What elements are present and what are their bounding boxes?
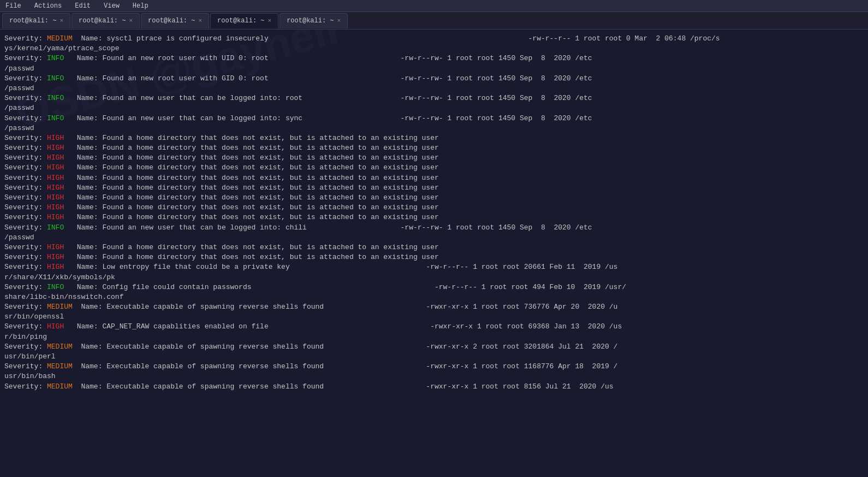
tab-3-label: root@kali: ~: [217, 17, 264, 25]
terminal-line: Severity: HIGH Name: Found a home direct…: [4, 193, 864, 203]
menu-file[interactable]: File: [3, 1, 23, 11]
terminal-line: Severity: HIGH Name: Found a home direct…: [4, 203, 864, 213]
tab-3-close[interactable]: ×: [268, 17, 272, 24]
terminal-line: Severity: INFO Name: Found an new user t…: [4, 114, 864, 123]
terminal-line: Severity: HIGH Name: Found a home direct…: [4, 183, 864, 193]
terminal-line: usr/bin/bash: [4, 372, 864, 381]
tab-2-label: root@kali: ~: [148, 17, 195, 25]
terminal-line: Severity: HIGH Name: Found a home direct…: [4, 243, 864, 252]
terminal-line: Severity: MEDIUM Name: Executable capabl…: [4, 382, 864, 392]
terminal-line: Severity: HIGH Name: CAP_NET_RAW capabli…: [4, 322, 864, 332]
terminal-line: r/share/X11/xkb/symbols/pk: [4, 273, 864, 282]
tab-4[interactable]: root@kali: ~ ×: [280, 13, 348, 28]
tab-0[interactable]: root@kali: ~ ×: [2, 13, 70, 28]
tab-3[interactable]: root@kali: ~ ×: [210, 13, 278, 28]
menu-bar: File Actions Edit View Help: [0, 0, 868, 12]
terminal-line: r/bin/ping: [4, 332, 864, 342]
terminal-line: Severity: HIGH Name: Low entropy file th…: [4, 262, 864, 272]
terminal-line: ys/kernel/yama/ptrace_scope: [4, 44, 864, 54]
tab-0-label: root@kali: ~: [9, 17, 56, 25]
terminal-content[interactable]: OSDN @gaynell Severity: MEDIUM Name: sys…: [0, 30, 868, 477]
terminal-line: share/libc-bin/nsswitch.conf: [4, 292, 864, 302]
tab-0-close[interactable]: ×: [60, 17, 63, 24]
menu-help[interactable]: Help: [130, 1, 151, 11]
terminal-line: Severity: INFO Name: Found an new user t…: [4, 223, 864, 233]
tab-4-close[interactable]: ×: [337, 17, 341, 24]
terminal-line: /passwd: [4, 233, 864, 243]
tab-bar: root@kali: ~ × root@kali: ~ × root@kali:…: [0, 12, 868, 30]
terminal-line: Severity: HIGH Name: Found a home direct…: [4, 163, 864, 173]
terminal-line: Severity: HIGH Name: Found a home direct…: [4, 133, 864, 143]
tab-1-close[interactable]: ×: [129, 17, 133, 24]
terminal-line: sr/bin/openssl: [4, 312, 864, 322]
tab-1-label: root@kali: ~: [79, 17, 126, 25]
terminal-line: Severity: MEDIUM Name: Executable capabl…: [4, 362, 864, 372]
terminal-line: usr/bin/perl: [4, 352, 864, 362]
terminal-line: Severity: HIGH Name: Found a home direct…: [4, 213, 864, 222]
terminal-line: Severity: MEDIUM Name: Executable capabl…: [4, 342, 864, 352]
tab-4-label: root@kali: ~: [287, 17, 334, 25]
terminal-line: Severity: INFO Name: Found an new root u…: [4, 54, 864, 63]
terminal-line: Severity: MEDIUM Name: Executable capabl…: [4, 302, 864, 312]
terminal-line: /passwd: [4, 103, 864, 113]
terminal-line: Severity: HIGH Name: Found a home direct…: [4, 153, 864, 163]
terminal-line: Severity: HIGH Name: Found a home direct…: [4, 143, 864, 153]
menu-actions[interactable]: Actions: [32, 1, 64, 11]
terminal-line: /passwd: [4, 123, 864, 133]
terminal-line: Severity: INFO Name: Found an new user t…: [4, 93, 864, 103]
menu-edit[interactable]: Edit: [73, 1, 93, 11]
terminal-line: Severity: INFO Name: Config file could c…: [4, 282, 864, 292]
tab-1[interactable]: root@kali: ~ ×: [72, 13, 140, 28]
terminal-line: Severity: HIGH Name: Found a home direct…: [4, 173, 864, 183]
terminal-line: Severity: MEDIUM Name: sysctl ptrace is …: [4, 34, 864, 44]
terminal-line: /passwd: [4, 84, 864, 93]
tab-2[interactable]: root@kali: ~ ×: [141, 13, 209, 28]
terminal-line: Severity: INFO Name: Found an new root u…: [4, 74, 864, 84]
terminal-line: Severity: HIGH Name: Found a home direct…: [4, 252, 864, 262]
menu-view[interactable]: View: [102, 1, 122, 11]
terminal-line: /passwd: [4, 64, 864, 74]
tab-2-close[interactable]: ×: [198, 17, 202, 24]
